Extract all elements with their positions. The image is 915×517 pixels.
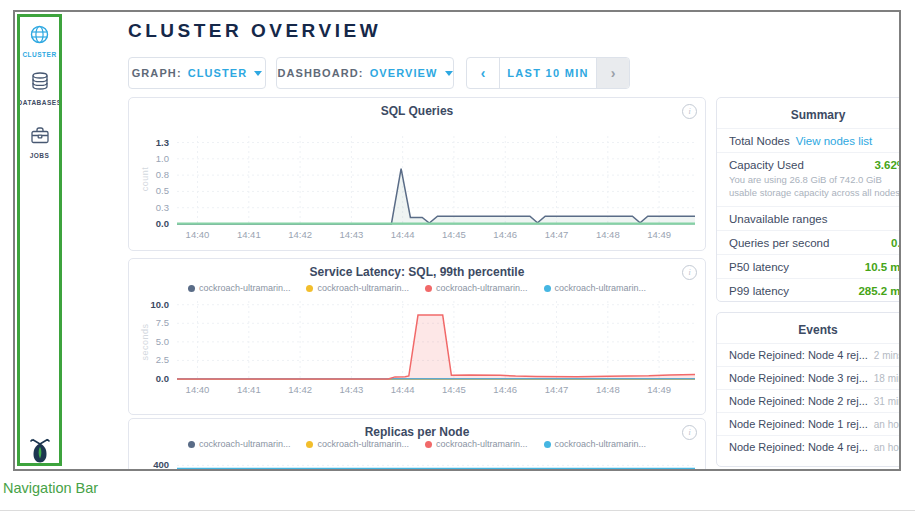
sidebar-item-label: DATABASES xyxy=(15,99,64,106)
summary-row-total-nodes: Total NodesView nodes list 4 xyxy=(717,128,901,152)
svg-text:7.5: 7.5 xyxy=(156,317,169,328)
svg-text:1.0: 1.0 xyxy=(156,153,169,164)
summary-value: 3.62% xyxy=(874,159,901,171)
replicas-per-node-chart[interactable]: 400 xyxy=(129,419,706,471)
summary-title: Summary xyxy=(717,108,901,122)
event-row[interactable]: Node Rejoined: Node 4 rej... 2 mins ago xyxy=(717,343,901,366)
main-content: CLUSTER OVERVIEW GRAPH: CLUSTER DASHBOAR… xyxy=(64,12,899,469)
service-latency-chart[interactable]: 14:4014:4114:4214:4314:4414:4514:4614:47… xyxy=(129,259,706,415)
event-text: Node Rejoined: Node 4 rej... xyxy=(729,349,868,361)
svg-text:14:49: 14:49 xyxy=(647,384,671,395)
event-time: 2 mins ago xyxy=(874,350,901,361)
svg-text:14:46: 14:46 xyxy=(493,384,517,395)
dashboard-dropdown-value: OVERVIEW xyxy=(370,67,438,79)
summary-label: Queries per second xyxy=(729,237,829,249)
svg-text:1.3: 1.3 xyxy=(156,137,169,148)
svg-text:10.0: 10.0 xyxy=(151,299,170,310)
summary-panel: Summary Total NodesView nodes list 4 Cap… xyxy=(716,97,901,302)
summary-row-p99: P99 latency 285.2 ms xyxy=(717,278,901,302)
graph-dropdown[interactable]: GRAPH: CLUSTER xyxy=(128,57,266,89)
navigation-bar: CLUSTER DATABASES xyxy=(15,12,64,469)
event-row[interactable]: Node Rejoined: Node 4 rej... an hour ago xyxy=(717,435,901,458)
event-text: Node Rejoined: Node 4 rej... xyxy=(729,441,868,453)
svg-text:14:40: 14:40 xyxy=(186,229,210,240)
sql-queries-chart[interactable]: 14:4014:4114:4214:4314:4414:4514:4614:47… xyxy=(129,98,706,251)
cockroach-logo[interactable] xyxy=(15,437,64,469)
svg-text:2.5: 2.5 xyxy=(156,354,169,365)
event-text: Node Rejoined: Node 2 rej... xyxy=(729,395,868,407)
event-row[interactable]: Node Rejoined: Node 1 rej... an hour ago xyxy=(717,412,901,435)
chevron-down-icon xyxy=(445,71,453,76)
svg-text:0.0: 0.0 xyxy=(156,373,169,384)
event-time: 18 mins ago xyxy=(874,373,901,384)
svg-text:14:43: 14:43 xyxy=(339,229,363,240)
capacity-note: You are using 26.8 GiB of 742.0 GiB usab… xyxy=(717,174,901,206)
svg-text:14:43: 14:43 xyxy=(339,384,363,395)
svg-text:14:48: 14:48 xyxy=(596,229,620,240)
svg-text:0.5: 0.5 xyxy=(156,185,169,196)
summary-label: Total Nodes xyxy=(729,135,790,147)
summary-row-unavailable: Unavailable ranges 0 xyxy=(717,206,901,230)
svg-text:14:41: 14:41 xyxy=(237,229,261,240)
service-latency-panel: Service Latency: SQL, 99th percentile i … xyxy=(128,258,706,415)
time-range-value[interactable]: LAST 10 MIN xyxy=(500,58,597,88)
svg-text:14:41: 14:41 xyxy=(237,384,261,395)
summary-value: 285.2 ms xyxy=(858,285,901,297)
summary-row-capacity: Capacity Used 3.62% xyxy=(717,152,901,176)
event-time: an hour ago xyxy=(874,419,901,430)
event-row[interactable]: Node Rejoined: Node 2 rej... 31 mins ago xyxy=(717,389,901,412)
svg-text:14:47: 14:47 xyxy=(545,229,569,240)
event-row[interactable]: Node Rejoined: Node 3 rej... 18 mins ago xyxy=(717,366,901,389)
summary-value: 0.1 xyxy=(891,237,901,249)
globe-icon xyxy=(29,31,50,48)
databases-icon xyxy=(29,79,51,96)
replicas-per-node-panel: Replicas per Node i cockroach-ultramarin… xyxy=(128,418,706,471)
svg-text:14:49: 14:49 xyxy=(647,229,671,240)
svg-text:0.0: 0.0 xyxy=(156,218,169,229)
sql-queries-panel: SQL Queries i count 14:4014:4114:4214:43… xyxy=(128,97,706,251)
summary-label: Capacity Used xyxy=(729,159,804,171)
time-next-button: › xyxy=(597,58,629,88)
briefcase-icon xyxy=(29,132,51,149)
view-nodes-list-link[interactable]: View nodes list xyxy=(796,135,873,147)
dashboard-dropdown-label: DASHBOARD: xyxy=(277,67,363,79)
graph-dropdown-label: GRAPH: xyxy=(132,67,182,79)
event-text: Node Rejoined: Node 3 rej... xyxy=(729,372,868,384)
graph-dropdown-value: CLUSTER xyxy=(188,67,248,79)
svg-text:14:40: 14:40 xyxy=(186,384,210,395)
time-prev-button[interactable]: ‹ xyxy=(467,58,500,88)
screenshot-caption: Navigation Bar xyxy=(3,480,98,496)
events-panel: Events Node Rejoined: Node 4 rej... 2 mi… xyxy=(716,312,901,467)
svg-text:14:47: 14:47 xyxy=(545,384,569,395)
summary-label: Unavailable ranges xyxy=(729,213,827,225)
admin-ui-window: CLUSTER DATABASES xyxy=(13,10,901,471)
svg-text:14:45: 14:45 xyxy=(442,384,466,395)
svg-text:14:45: 14:45 xyxy=(442,229,466,240)
svg-text:0.8: 0.8 xyxy=(156,169,169,180)
event-time: an hour ago xyxy=(874,442,901,453)
svg-text:14:42: 14:42 xyxy=(288,229,312,240)
summary-label: P99 latency xyxy=(729,285,789,297)
svg-text:14:44: 14:44 xyxy=(391,229,415,240)
divider xyxy=(0,510,915,511)
page-title: CLUSTER OVERVIEW xyxy=(128,20,381,42)
sidebar-item-jobs[interactable]: JOBS xyxy=(15,124,64,159)
event-text: Node Rejoined: Node 1 rej... xyxy=(729,418,868,430)
sidebar-item-label: JOBS xyxy=(15,152,64,159)
summary-label: P50 latency xyxy=(729,261,789,273)
sidebar-item-cluster[interactable]: CLUSTER xyxy=(15,24,64,58)
summary-row-p50: P50 latency 10.5 ms xyxy=(717,254,901,278)
event-time: 31 mins ago xyxy=(874,396,901,407)
svg-text:14:42: 14:42 xyxy=(288,384,312,395)
svg-text:5.0: 5.0 xyxy=(156,336,169,347)
svg-text:14:48: 14:48 xyxy=(596,384,620,395)
svg-text:0.3: 0.3 xyxy=(156,202,169,213)
summary-value: 10.5 ms xyxy=(865,261,901,273)
sidebar-item-databases[interactable]: DATABASES xyxy=(15,71,64,106)
summary-row-qps: Queries per second 0.1 xyxy=(717,230,901,254)
svg-text:400: 400 xyxy=(153,459,169,470)
svg-text:14:44: 14:44 xyxy=(391,384,415,395)
time-range-picker: ‹ LAST 10 MIN › xyxy=(466,57,630,89)
dashboard-dropdown[interactable]: DASHBOARD: OVERVIEW xyxy=(276,57,454,89)
chevron-down-icon xyxy=(254,71,262,76)
